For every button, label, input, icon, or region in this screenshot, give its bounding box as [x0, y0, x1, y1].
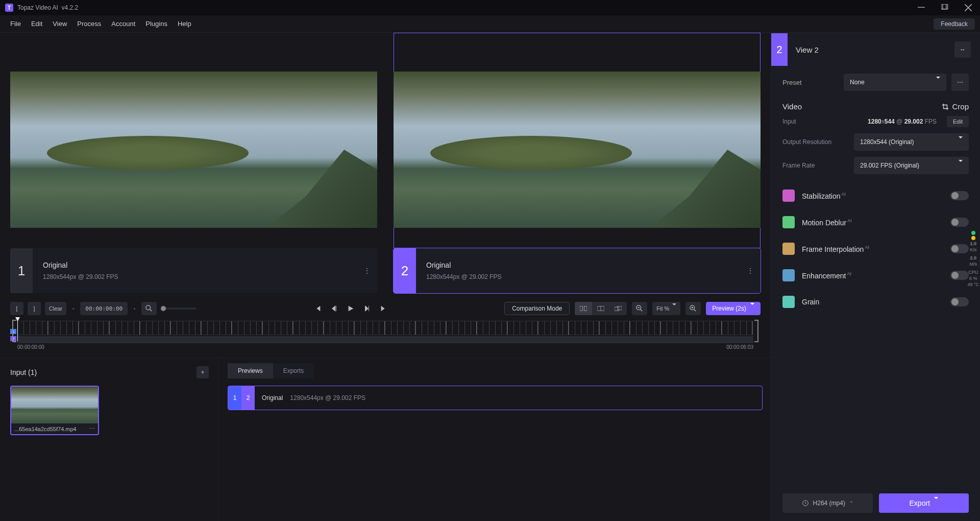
preview-button[interactable]: Preview (2s)	[706, 302, 761, 315]
add-input-button[interactable]: +	[197, 366, 209, 378]
enhancement-icon	[782, 269, 795, 281]
svg-rect-2	[943, 4, 948, 9]
job-name: Original	[262, 394, 283, 401]
swap-button[interactable]: ↔	[954, 41, 971, 58]
enhancement-icon	[782, 190, 795, 202]
tab-previews[interactable]: Previews	[228, 363, 273, 378]
preview-name: Original	[43, 261, 347, 269]
job-row[interactable]: 1 2 Original1280x544px @ 29.002 FPS	[228, 386, 763, 410]
step-forward-button[interactable]	[363, 305, 371, 312]
preset-dropdown[interactable]: None	[844, 74, 946, 91]
feedback-button[interactable]: Feedback	[934, 18, 975, 30]
perf-dot-green-icon	[971, 231, 975, 235]
enhancement-enhancement[interactable]: EnhancementAI	[771, 262, 980, 289]
input-title: Input (1)	[10, 368, 37, 376]
maximize-button[interactable]	[933, 0, 957, 15]
step-back-button[interactable]	[331, 305, 338, 312]
comparison-mode-button[interactable]: Comparison Mode	[504, 302, 570, 315]
enhancement-frame-interpolation[interactable]: Frame InterpolationAI	[771, 235, 980, 262]
menu-process[interactable]: Process	[72, 17, 106, 31]
goto-start-button[interactable]	[314, 305, 322, 312]
preset-label: Preset	[782, 79, 839, 86]
preview-meta: 1280x544px @ 29.002 FPS	[426, 273, 730, 280]
zoom-slider[interactable]	[161, 307, 197, 310]
enhancement-grain[interactable]: Grain	[771, 289, 980, 315]
zoom-in-icon[interactable]	[685, 302, 701, 315]
enhancement-toggle[interactable]	[950, 271, 969, 280]
preview-meta: 1280x544px @ 29.002 FPS	[43, 273, 347, 280]
timeline-ruler[interactable]	[17, 321, 753, 335]
minimize-button[interactable]	[910, 0, 933, 15]
preset-menu-icon[interactable]: ⋯	[951, 74, 969, 91]
mark-in-button[interactable]: [	[10, 302, 23, 315]
format-dropdown[interactable]: H264 (mp4)⌃	[782, 493, 873, 513]
properties-panel: 2 View 2 ↔ Preset None ⋯ VideoCrop Input…	[771, 33, 980, 521]
layout-buttons	[575, 302, 627, 315]
video-section-label: Video	[782, 102, 802, 111]
svg-point-3	[146, 305, 151, 310]
input-panel: Input (1)+ ...65ea14a2cd55f74.mp4⋯	[0, 358, 219, 521]
enhancement-toggle[interactable]	[950, 191, 969, 200]
layout-overlay-icon[interactable]	[609, 302, 627, 315]
timecode-input[interactable]: 00:00:00:00	[80, 302, 128, 315]
playhead[interactable]	[17, 320, 18, 341]
perf-dot-yellow-icon	[971, 236, 975, 240]
timeline-track[interactable]	[17, 336, 753, 343]
titlebar: T Topaz Video AI v4.2.2	[0, 0, 980, 15]
mark-out-button[interactable]: ]	[28, 302, 41, 315]
menu-account[interactable]: Account	[106, 17, 140, 31]
preview-info-1[interactable]: 1 Original1280x544px @ 29.002 FPS ⋮	[10, 248, 377, 293]
preview-menu-icon[interactable]: ⋮	[357, 248, 377, 293]
in-bracket[interactable]	[12, 320, 16, 342]
edit-input-button[interactable]: Edit	[947, 116, 969, 127]
svg-rect-0	[918, 7, 925, 8]
goto-end-button[interactable]	[380, 305, 387, 312]
thumbnail-filename: ...65ea14a2cd55f74.mp4	[14, 426, 77, 432]
menu-file[interactable]: File	[5, 17, 26, 31]
framerate-dropdown[interactable]: 29.002 FPS (Original)	[854, 157, 969, 174]
enhancement-name: Motion DeblurAI	[802, 218, 852, 227]
crop-button[interactable]: Crop	[942, 102, 969, 111]
enhancement-name: StabilizationAI	[802, 192, 846, 200]
view-number-badge: 2	[771, 33, 788, 66]
job-badge-2: 2	[241, 386, 255, 410]
svg-rect-1	[941, 4, 946, 9]
preview-number: 2	[394, 248, 416, 293]
layout-side-by-side-icon[interactable]	[575, 302, 592, 315]
preview-menu-icon[interactable]: ⋮	[740, 248, 761, 293]
enhancement-toggle[interactable]	[950, 244, 969, 253]
layout-split-icon[interactable]	[592, 302, 609, 315]
enhancement-icon	[782, 243, 795, 255]
tab-exports[interactable]: Exports	[273, 363, 314, 378]
job-badge-1: 1	[228, 386, 241, 410]
menu-view[interactable]: View	[47, 17, 72, 31]
enhancement-toggle[interactable]	[950, 297, 969, 306]
preview-pane-1[interactable]	[10, 56, 377, 243]
clear-button[interactable]: Clear	[45, 302, 66, 315]
menu-plugins[interactable]: Plugins	[140, 17, 173, 31]
jobs-panel: Previews Exports 1 2 Original1280x544px …	[219, 358, 771, 521]
zoom-out-button[interactable]	[141, 302, 157, 315]
preview-info-2[interactable]: 2 Original1280x544px @ 29.002 FPS ⋮	[394, 248, 761, 293]
close-button[interactable]	[957, 0, 980, 15]
enhancement-toggle[interactable]	[950, 218, 969, 227]
enhancement-motion-deblur[interactable]: Motion DeblurAI	[771, 209, 980, 235]
fit-dropdown[interactable]: Fit %	[652, 302, 680, 315]
play-button[interactable]	[347, 305, 354, 312]
thumbnail-menu-icon[interactable]: ⋯	[89, 425, 95, 432]
export-button[interactable]: Export	[879, 493, 969, 513]
enhancement-stabilization[interactable]: StabilizationAI	[771, 182, 980, 209]
separator	[72, 308, 74, 310]
timeline[interactable]: 12 00:00:00:0000:00:06:03	[0, 319, 771, 358]
out-bracket[interactable]	[754, 320, 758, 342]
output-resolution-label: Output Resolution	[782, 138, 849, 146]
enhancement-icon	[782, 296, 795, 308]
svg-rect-7	[615, 307, 619, 311]
zoom-out-icon[interactable]	[632, 302, 647, 315]
output-resolution-dropdown[interactable]: 1280x544 (Original)	[854, 133, 969, 151]
preview-pane-2[interactable]	[394, 33, 761, 248]
preview-image-2	[394, 72, 761, 228]
menu-edit[interactable]: Edit	[26, 17, 47, 31]
menu-help[interactable]: Help	[173, 17, 197, 31]
input-thumbnail[interactable]: ...65ea14a2cd55f74.mp4⋯	[10, 386, 99, 435]
